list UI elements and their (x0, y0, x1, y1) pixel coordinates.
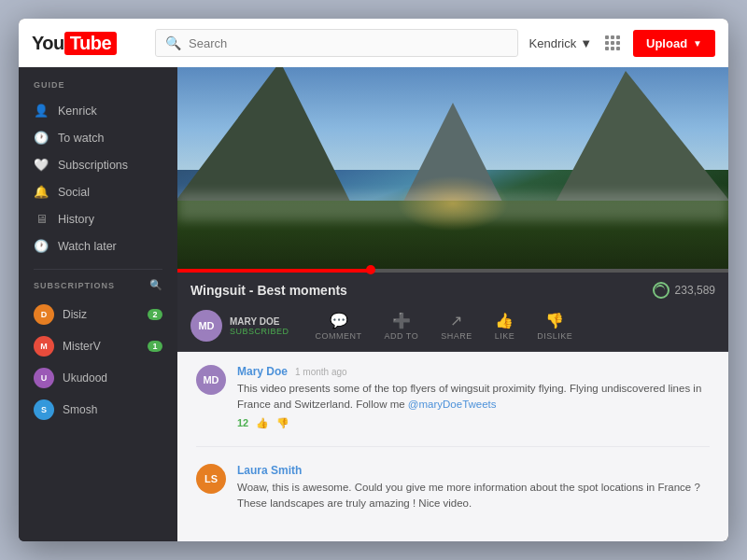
dislike-button[interactable]: 👎 DISLIKE (537, 312, 572, 341)
user-name-label: Kendrick (529, 36, 577, 50)
like-count-mary: 12 (237, 417, 248, 428)
app-window: You Tube 🔍 Kendrick ▼ Upload ▼ (19, 19, 728, 541)
sidebar-label-kenrick: Kenrick (58, 105, 97, 118)
sidebar-item-subscriptions[interactable]: 🤍 Subscriptions (19, 151, 177, 178)
sub-name-disiz: Disiz (63, 308, 139, 321)
comment-item: MD Mary Doe 1 month ago This video prese… (196, 365, 710, 429)
bell-icon: 🔔 (34, 185, 49, 199)
sidebar-item-watch-later[interactable]: 🕐 Watch later (19, 232, 177, 259)
search-input[interactable] (189, 36, 508, 50)
video-progress-dot (366, 265, 375, 274)
sidebar-item-kenrick[interactable]: 👤 Kenrick (19, 97, 177, 124)
mountain-left (177, 67, 355, 211)
action-user-subscribed: SUBSCRIBED (230, 327, 289, 336)
search-icon: 🔍 (165, 35, 181, 50)
view-count: 233,589 (675, 284, 715, 297)
comment-time-mary: 1 month ago (295, 367, 347, 377)
comment-body-laura: Laura Smith Woaw, this is awesome. Could… (237, 464, 710, 512)
subscriptions-section-label: SUBSCRIPTIONS (34, 281, 115, 290)
sub-avatar-misterv: M (34, 336, 54, 357)
comment-author-mary: Mary Doe (237, 365, 288, 378)
comment-label: COMMENT (316, 331, 362, 341)
comment-avatar-mary: MD (196, 365, 226, 395)
share-icon: ↗ (450, 312, 462, 329)
like-label: LIKE (495, 331, 515, 341)
sidebar-item-history[interactable]: 🖥 History (19, 205, 177, 232)
sidebar-item-to-watch[interactable]: 🕐 To watch (19, 124, 177, 151)
subscriptions-section-header: SUBSCRIPTIONS 🔍 (19, 279, 177, 299)
comment-body-mary: Mary Doe 1 month ago This video presents… (237, 365, 710, 429)
heart-icon: 🤍 (34, 158, 49, 172)
subscriptions-search-icon[interactable]: 🔍 (149, 279, 162, 291)
sub-item-smosh[interactable]: S Smosh (19, 394, 177, 426)
add-to-label: ADD TO (385, 331, 419, 341)
dislike-icon: 👎 (545, 312, 564, 329)
video-thumbnail (177, 67, 728, 273)
guide-section-label: GUIDE (19, 80, 177, 97)
main-content: Wingsuit - Best moments 233,589 MD MARY … (177, 67, 728, 541)
sidebar: GUIDE 👤 Kenrick 🕐 To watch 🤍 Subscriptio… (19, 67, 177, 541)
mountain-scene (177, 67, 728, 273)
video-progress-fill (177, 269, 371, 273)
user-caret-icon: ▼ (580, 36, 592, 50)
comment-text-mary: This video presents some of the top flye… (237, 381, 710, 413)
comment-avatar-laura: LS (196, 464, 226, 494)
comment-icon: 💬 (330, 312, 348, 329)
upload-button[interactable]: Upload ▼ (633, 30, 715, 57)
comment-meta-mary: Mary Doe 1 month ago (237, 365, 710, 378)
comment-text-laura: Woaw, this is awesome. Could you give me… (237, 480, 710, 512)
action-buttons: 💬 COMMENT ➕ ADD TO ↗ SHARE 👍 LIKE (316, 312, 573, 341)
comment-item-laura: LS Laura Smith Woaw, this is awesome. Co… (196, 464, 710, 512)
comment-divider (196, 446, 710, 447)
mountain-right (551, 71, 728, 211)
comment-dislike-icon-mary[interactable]: 👎 (276, 417, 289, 429)
sidebar-label-to-watch: To watch (58, 132, 104, 145)
video-title: Wingsuit - Best moments (190, 283, 347, 298)
sub-badge-disiz: 2 (148, 309, 162, 320)
share-label: SHARE (441, 331, 472, 341)
sun-glow (397, 175, 509, 231)
sub-badge-misterv: 1 (148, 341, 162, 352)
sub-avatar-smosh: S (34, 399, 54, 420)
action-user-name: MARY DOE (230, 316, 289, 327)
comment-link-mary[interactable]: @maryDoeTweets (408, 399, 497, 410)
search-bar[interactable]: 🔍 (155, 29, 518, 57)
upload-caret-icon: ▼ (693, 38, 702, 49)
dislike-label: DISLIKE (537, 331, 572, 341)
logo-you: You (32, 33, 64, 54)
like-icon: 👍 (495, 312, 514, 329)
video-info-bar: Wingsuit - Best moments 233,589 (177, 273, 728, 304)
share-button[interactable]: ↗ SHARE (441, 312, 472, 341)
comment-author-laura: Laura Smith (237, 464, 302, 477)
comment-like-icon-mary[interactable]: 👍 (256, 417, 269, 429)
action-user-info: MARY DOE SUBSCRIBED (230, 316, 289, 336)
sub-avatar-disiz: D (34, 304, 54, 325)
user-icon: 👤 (34, 104, 49, 118)
header: You Tube 🔍 Kendrick ▼ Upload ▼ (19, 19, 728, 67)
video-progress-bar[interactable] (177, 269, 728, 273)
apps-grid-icon[interactable] (605, 35, 620, 50)
logo: You Tube (32, 32, 144, 55)
sidebar-label-social: Social (58, 186, 90, 199)
sub-item-ukudood[interactable]: U Ukudood (19, 362, 177, 394)
user-name-dropdown[interactable]: Kendrick ▼ (529, 36, 592, 50)
sub-avatar-ukudood: U (34, 368, 54, 388)
clock-icon: 🕐 (34, 131, 49, 145)
header-right: Kendrick ▼ Upload ▼ (529, 30, 715, 57)
comments-section: MD Mary Doe 1 month ago This video prese… (177, 352, 728, 541)
sub-name-ukudood: Ukudood (63, 371, 162, 385)
action-bar: MD MARY DOE SUBSCRIBED 💬 COMMENT ➕ ADD T… (177, 304, 728, 352)
add-to-icon: ➕ (392, 312, 411, 329)
view-count-icon (653, 282, 669, 299)
comment-likes-mary: 12 👍 👎 (237, 417, 710, 429)
sub-name-smosh: Smosh (63, 403, 162, 416)
comment-button[interactable]: 💬 COMMENT (316, 312, 362, 341)
like-button[interactable]: 👍 LIKE (495, 312, 515, 341)
sub-item-misterv[interactable]: M MisterV 1 (19, 330, 177, 362)
sub-item-disiz[interactable]: D Disiz 2 (19, 299, 177, 330)
video-area[interactable] (177, 67, 728, 273)
sidebar-item-social[interactable]: 🔔 Social (19, 178, 177, 205)
add-to-button[interactable]: ➕ ADD TO (385, 312, 419, 341)
sidebar-label-history: History (58, 213, 94, 226)
sidebar-label-watch-later: Watch later (58, 240, 117, 253)
